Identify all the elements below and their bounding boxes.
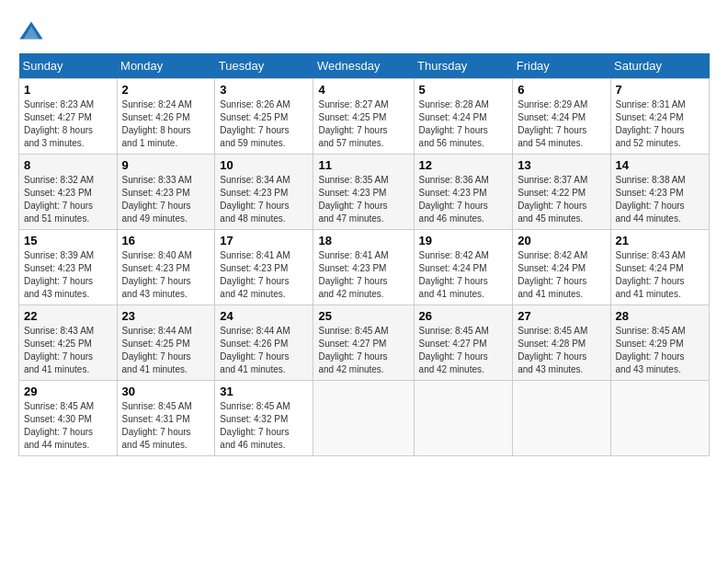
day-info: Sunrise: 8:45 AMSunset: 4:29 PMDaylight:… (616, 325, 704, 376)
day-number: 29 (24, 385, 112, 398)
week-row-1: 1Sunrise: 8:23 AMSunset: 4:27 PMDaylight… (19, 79, 710, 155)
day-number: 10 (220, 158, 308, 172)
calendar-cell: 30Sunrise: 8:45 AMSunset: 4:31 PMDayligh… (117, 381, 215, 456)
day-info: Sunrise: 8:34 AMSunset: 4:23 PMDaylight:… (220, 174, 308, 225)
day-number: 21 (616, 234, 704, 247)
day-number: 24 (220, 309, 308, 323)
page-header (18, 18, 710, 44)
calendar-cell: 18Sunrise: 8:41 AMSunset: 4:23 PMDayligh… (313, 230, 414, 305)
calendar-cell: 14Sunrise: 8:38 AMSunset: 4:23 PMDayligh… (610, 155, 709, 230)
day-info: Sunrise: 8:36 AMSunset: 4:23 PMDaylight:… (419, 174, 508, 225)
day-info: Sunrise: 8:45 AMSunset: 4:32 PMDaylight:… (220, 400, 308, 452)
calendar-cell: 22Sunrise: 8:43 AMSunset: 4:25 PMDayligh… (19, 305, 118, 381)
day-info: Sunrise: 8:45 AMSunset: 4:27 PMDaylight:… (318, 325, 408, 376)
day-info: Sunrise: 8:42 AMSunset: 4:24 PMDaylight:… (419, 249, 508, 301)
day-number: 2 (122, 83, 210, 97)
calendar-cell: 4Sunrise: 8:27 AMSunset: 4:25 PMDaylight… (313, 79, 414, 155)
day-number: 27 (518, 309, 605, 323)
day-number: 20 (518, 234, 605, 247)
week-row-3: 15Sunrise: 8:39 AMSunset: 4:23 PMDayligh… (19, 230, 710, 305)
day-number: 3 (220, 83, 308, 97)
day-info: Sunrise: 8:45 AMSunset: 4:31 PMDaylight:… (122, 400, 210, 452)
day-info: Sunrise: 8:39 AMSunset: 4:23 PMDaylight:… (24, 249, 112, 301)
day-number: 16 (122, 234, 210, 247)
logo (18, 18, 48, 44)
week-row-2: 8Sunrise: 8:32 AMSunset: 4:23 PMDaylight… (19, 155, 710, 230)
calendar-cell: 20Sunrise: 8:42 AMSunset: 4:24 PMDayligh… (513, 230, 610, 305)
calendar-cell: 23Sunrise: 8:44 AMSunset: 4:25 PMDayligh… (117, 305, 215, 381)
calendar-cell: 2Sunrise: 8:24 AMSunset: 4:26 PMDaylight… (117, 79, 215, 155)
calendar-cell: 24Sunrise: 8:44 AMSunset: 4:26 PMDayligh… (215, 305, 313, 381)
day-number: 18 (318, 234, 408, 247)
day-number: 17 (220, 234, 308, 247)
day-number: 12 (419, 158, 508, 172)
day-info: Sunrise: 8:45 AMSunset: 4:27 PMDaylight:… (419, 325, 508, 376)
day-info: Sunrise: 8:42 AMSunset: 4:24 PMDaylight:… (518, 249, 605, 301)
calendar-cell: 11Sunrise: 8:35 AMSunset: 4:23 PMDayligh… (313, 155, 414, 230)
column-header-monday: Monday (117, 53, 215, 79)
day-number: 23 (122, 309, 210, 323)
day-number: 9 (122, 158, 210, 172)
calendar-cell: 25Sunrise: 8:45 AMSunset: 4:27 PMDayligh… (313, 305, 414, 381)
calendar-cell: 29Sunrise: 8:45 AMSunset: 4:30 PMDayligh… (19, 381, 118, 456)
day-info: Sunrise: 8:32 AMSunset: 4:23 PMDaylight:… (24, 174, 112, 225)
calendar-cell (513, 381, 610, 456)
calendar-cell: 12Sunrise: 8:36 AMSunset: 4:23 PMDayligh… (414, 155, 513, 230)
column-header-friday: Friday (513, 53, 610, 79)
day-number: 14 (616, 158, 704, 172)
day-number: 13 (518, 158, 605, 172)
column-header-sunday: Sunday (19, 53, 118, 79)
column-header-saturday: Saturday (610, 53, 709, 79)
calendar-cell: 13Sunrise: 8:37 AMSunset: 4:22 PMDayligh… (513, 155, 610, 230)
calendar-cell: 1Sunrise: 8:23 AMSunset: 4:27 PMDaylight… (19, 79, 118, 155)
day-number: 31 (220, 385, 308, 398)
logo-icon (18, 18, 44, 44)
day-number: 7 (616, 83, 704, 97)
day-number: 30 (122, 385, 210, 398)
day-number: 1 (24, 83, 112, 97)
calendar-cell (610, 381, 709, 456)
day-number: 15 (24, 234, 112, 247)
calendar-cell (313, 381, 414, 456)
day-info: Sunrise: 8:37 AMSunset: 4:22 PMDaylight:… (518, 174, 605, 225)
day-info: Sunrise: 8:43 AMSunset: 4:25 PMDaylight:… (24, 325, 112, 376)
column-header-wednesday: Wednesday (313, 53, 414, 79)
calendar-cell: 19Sunrise: 8:42 AMSunset: 4:24 PMDayligh… (414, 230, 513, 305)
day-info: Sunrise: 8:31 AMSunset: 4:24 PMDaylight:… (616, 98, 704, 150)
day-info: Sunrise: 8:45 AMSunset: 4:28 PMDaylight:… (518, 325, 605, 376)
calendar-table: SundayMondayTuesdayWednesdayThursdayFrid… (18, 53, 710, 456)
calendar-cell: 3Sunrise: 8:26 AMSunset: 4:25 PMDaylight… (215, 79, 313, 155)
calendar-cell: 27Sunrise: 8:45 AMSunset: 4:28 PMDayligh… (513, 305, 610, 381)
column-header-thursday: Thursday (414, 53, 513, 79)
calendar-cell: 17Sunrise: 8:41 AMSunset: 4:23 PMDayligh… (215, 230, 313, 305)
calendar-cell: 21Sunrise: 8:43 AMSunset: 4:24 PMDayligh… (610, 230, 709, 305)
day-number: 26 (419, 309, 508, 323)
day-info: Sunrise: 8:44 AMSunset: 4:26 PMDaylight:… (220, 325, 308, 376)
day-info: Sunrise: 8:29 AMSunset: 4:24 PMDaylight:… (518, 98, 605, 150)
day-info: Sunrise: 8:38 AMSunset: 4:23 PMDaylight:… (616, 174, 704, 225)
day-number: 22 (24, 309, 112, 323)
calendar-cell: 5Sunrise: 8:28 AMSunset: 4:24 PMDaylight… (414, 79, 513, 155)
day-info: Sunrise: 8:35 AMSunset: 4:23 PMDaylight:… (318, 174, 408, 225)
day-info: Sunrise: 8:40 AMSunset: 4:23 PMDaylight:… (122, 249, 210, 301)
day-info: Sunrise: 8:28 AMSunset: 4:24 PMDaylight:… (419, 98, 508, 150)
day-info: Sunrise: 8:27 AMSunset: 4:25 PMDaylight:… (318, 98, 408, 150)
day-number: 28 (616, 309, 704, 323)
day-info: Sunrise: 8:33 AMSunset: 4:23 PMDaylight:… (122, 174, 210, 225)
day-number: 19 (419, 234, 508, 247)
day-info: Sunrise: 8:41 AMSunset: 4:23 PMDaylight:… (220, 249, 308, 301)
calendar-cell: 15Sunrise: 8:39 AMSunset: 4:23 PMDayligh… (19, 230, 118, 305)
day-info: Sunrise: 8:43 AMSunset: 4:24 PMDaylight:… (616, 249, 704, 301)
week-row-4: 22Sunrise: 8:43 AMSunset: 4:25 PMDayligh… (19, 305, 710, 381)
day-info: Sunrise: 8:44 AMSunset: 4:25 PMDaylight:… (122, 325, 210, 376)
day-info: Sunrise: 8:45 AMSunset: 4:30 PMDaylight:… (24, 400, 112, 452)
day-number: 11 (318, 158, 408, 172)
calendar-cell (414, 381, 513, 456)
calendar-cell: 26Sunrise: 8:45 AMSunset: 4:27 PMDayligh… (414, 305, 513, 381)
calendar-cell: 9Sunrise: 8:33 AMSunset: 4:23 PMDaylight… (117, 155, 215, 230)
day-number: 6 (518, 83, 605, 97)
calendar-cell: 10Sunrise: 8:34 AMSunset: 4:23 PMDayligh… (215, 155, 313, 230)
day-info: Sunrise: 8:24 AMSunset: 4:26 PMDaylight:… (122, 98, 210, 150)
column-header-tuesday: Tuesday (215, 53, 313, 79)
day-number: 25 (318, 309, 408, 323)
